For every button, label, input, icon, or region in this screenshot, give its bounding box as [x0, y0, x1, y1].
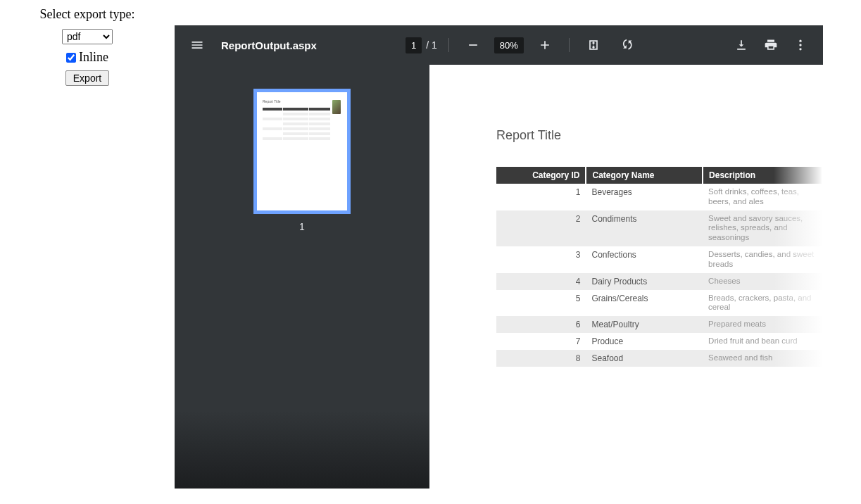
table-row: 3ConfectionsDesserts, candies, and sweet… — [496, 246, 822, 273]
cell-name: Meat/Poultry — [586, 316, 703, 333]
cell-id: 3 — [496, 246, 586, 273]
cell-id: 8 — [496, 350, 586, 367]
svg-point-0 — [799, 40, 801, 42]
thumbnail-number: 1 — [299, 221, 305, 232]
cell-desc: Seaweed and fish — [703, 350, 822, 367]
inline-label: Inline — [79, 50, 108, 65]
export-controls: Select export type: pdf Inline Export — [0, 0, 175, 504]
zoom-value[interactable]: 80% — [494, 37, 524, 53]
svg-point-1 — [799, 44, 801, 46]
table-header: Category Name — [586, 167, 703, 184]
download-icon[interactable] — [729, 32, 754, 58]
page-content[interactable]: Report Title Category IDCategory NameDes… — [429, 65, 823, 489]
page-indicator: 1 / 1 — [406, 37, 437, 53]
page-current-input[interactable]: 1 — [406, 37, 422, 53]
table-row: 6Meat/PoultryPrepared meats — [496, 316, 822, 333]
report-table: Category IDCategory NameDescription 1Bev… — [496, 167, 823, 367]
cell-name: Seafood — [586, 350, 703, 367]
cell-desc: Cheeses — [703, 273, 822, 290]
more-icon[interactable] — [788, 32, 813, 58]
table-row: 5Grains/CerealsBreads, crackers, pasta, … — [496, 290, 822, 317]
cell-desc: Prepared meats — [703, 316, 822, 333]
cell-desc: Breads, crackers, pasta, and cereal — [703, 290, 822, 317]
table-row: 1BeveragesSoft drinks, coffees, teas, be… — [496, 184, 822, 210]
toolbar-divider — [569, 38, 570, 52]
svg-point-2 — [799, 48, 801, 50]
fit-page-icon[interactable] — [581, 32, 606, 58]
report-title: Report Title — [496, 128, 823, 143]
cell-name: Grains/Cereals — [586, 290, 703, 317]
cell-name: Dairy Products — [586, 273, 703, 290]
table-row: 4Dairy ProductsCheeses — [496, 273, 822, 290]
thumbnail-panel: Report Title 1 — [175, 65, 429, 489]
cell-desc: Soft drinks, coffees, teas, beers, and a… — [703, 184, 822, 210]
menu-icon[interactable] — [184, 32, 210, 58]
cell-desc: Sweet and savory sauces, relishes, sprea… — [703, 210, 822, 246]
pdf-viewer: ReportOutput.aspx 1 / 1 80% — [175, 0, 861, 504]
inline-checkbox[interactable] — [66, 53, 76, 63]
cell-id: 2 — [496, 210, 586, 246]
export-type-select[interactable]: pdf — [62, 29, 113, 44]
cell-id: 4 — [496, 273, 586, 290]
cell-desc: Dried fruit and bean curd — [703, 333, 822, 350]
page-thumbnail[interactable]: Report Title — [253, 89, 351, 214]
pdf-toolbar: ReportOutput.aspx 1 / 1 80% — [175, 25, 823, 65]
export-button[interactable]: Export — [65, 70, 109, 86]
thumbnail-image-icon — [332, 100, 341, 114]
export-heading: Select export type: — [0, 7, 175, 22]
table-row: 8SeafoodSeaweed and fish — [496, 350, 822, 367]
page-total: / 1 — [426, 39, 437, 51]
cell-desc: Desserts, candies, and sweet breads — [703, 246, 822, 273]
table-header: Category ID — [496, 167, 586, 184]
cell-name: Condiments — [586, 210, 703, 246]
cell-name: Produce — [586, 333, 703, 350]
toolbar-divider — [448, 38, 449, 52]
print-icon[interactable] — [758, 32, 784, 58]
zoom-out-icon[interactable] — [460, 32, 486, 58]
cell-id: 6 — [496, 316, 586, 333]
document-title: ReportOutput.aspx — [221, 39, 317, 51]
cell-id: 7 — [496, 333, 586, 350]
table-header: Description — [703, 167, 822, 184]
cell-id: 5 — [496, 290, 586, 317]
zoom-in-icon[interactable] — [532, 32, 558, 58]
cell-name: Beverages — [586, 184, 703, 210]
table-row: 2CondimentsSweet and savory sauces, reli… — [496, 210, 822, 246]
table-row: 7ProduceDried fruit and bean curd — [496, 333, 822, 350]
rotate-icon[interactable] — [615, 32, 640, 58]
cell-name: Confections — [586, 246, 703, 273]
cell-id: 1 — [496, 184, 586, 210]
